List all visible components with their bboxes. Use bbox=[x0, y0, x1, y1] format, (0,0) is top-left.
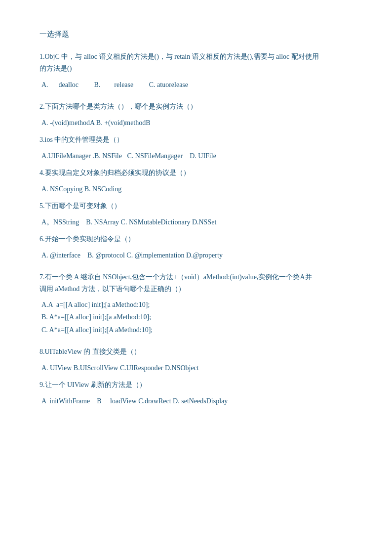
question-7: 7.有一个类 A 继承自 NSObject,包含一个方法+（void）aMeth… bbox=[39, 271, 353, 336]
question-2-options: A. -(void)methodA B. +(void)methodB bbox=[39, 117, 353, 129]
question-9-text: 9.让一个 UIView 刷新的方法是（） bbox=[39, 379, 353, 391]
question-8-options: A. UIView B.UIScrollView C.UIResponder D… bbox=[39, 362, 353, 374]
question-6-options: A. @interface B. @protocol C. @implement… bbox=[39, 249, 353, 261]
question-2-text: 2.下面方法哪个是类方法（），哪个是实例方法（） bbox=[39, 101, 353, 113]
question-9-options: A initWithFrame B loadView C.drawRect D.… bbox=[39, 395, 353, 407]
section-title: 一选择题 bbox=[39, 30, 353, 39]
question-1: 1.ObjC 中，与 alloc 语义相反的方法是()，与 retain 语义相… bbox=[39, 51, 353, 91]
question-9: 9.让一个 UIView 刷新的方法是（） A initWithFrame B … bbox=[39, 379, 353, 407]
question-5-text: 5.下面哪个是可变对象（） bbox=[39, 200, 353, 212]
question-3: 3.ios 中的文件管理类是（） A.UIFileManager .B. NSF… bbox=[39, 134, 353, 162]
question-8-text: 8.UITableView 的 直接父类是（） bbox=[39, 346, 353, 358]
question-5: 5.下面哪个是可变对象（） A。NSString B. NSArray C. N… bbox=[39, 200, 353, 228]
question-7-option-b: B. A*a=[[A alloc] init];[a aMethod:10]; bbox=[41, 311, 353, 323]
question-4-text: 4.要实现自定义对象的归档必须实现的协议是（） bbox=[39, 167, 353, 179]
question-1-text: 1.ObjC 中，与 alloc 语义相反的方法是()，与 retain 语义相… bbox=[39, 51, 353, 75]
question-7-option-c: C. A*a=[[A alloc] init];[A aMethod:10]; bbox=[41, 324, 353, 336]
question-3-options: A.UIFileManager .B. NSFile C. NSFileMang… bbox=[39, 150, 353, 162]
question-7-text: 7.有一个类 A 继承自 NSObject,包含一个方法+（void）aMeth… bbox=[39, 271, 353, 295]
question-1-options: A. dealloc B. release C. atuorelease bbox=[39, 79, 353, 91]
question-4: 4.要实现自定义对象的归档必须实现的协议是（） A. NSCopying B. … bbox=[39, 167, 353, 195]
question-6-text: 6.开始一个类实现的指令是（） bbox=[39, 233, 353, 245]
question-7-option-a: A.A a=[[A alloc] init];[a aMethod:10]; bbox=[41, 299, 353, 311]
question-8: 8.UITableView 的 直接父类是（） A. UIView B.UISc… bbox=[39, 346, 353, 374]
question-2: 2.下面方法哪个是类方法（），哪个是实例方法（） A. -(void)metho… bbox=[39, 101, 353, 129]
question-7-options: A.A a=[[A alloc] init];[a aMethod:10]; B… bbox=[39, 299, 353, 336]
question-3-text: 3.ios 中的文件管理类是（） bbox=[39, 134, 353, 146]
question-6: 6.开始一个类实现的指令是（） A. @interface B. @protoc… bbox=[39, 233, 353, 261]
question-4-options: A. NSCopying B. NSCoding bbox=[39, 183, 353, 195]
question-5-options: A。NSString B. NSArray C. NSMutableDictio… bbox=[39, 216, 353, 228]
